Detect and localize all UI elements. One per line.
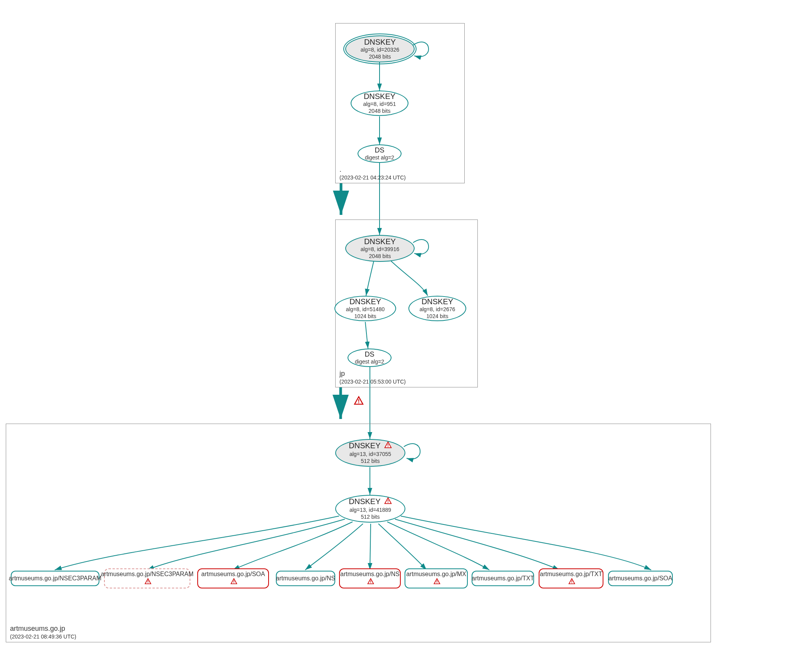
node-root-ds: DS digest alg=2: [358, 144, 402, 163]
node-sub2: 1024 bits: [427, 313, 449, 320]
node-title: DNSKEY: [349, 497, 391, 507]
node-title: DNSKEY: [422, 297, 453, 306]
warning-triangle-icon: [433, 578, 440, 587]
node-sub1: alg=8, id=39916: [361, 246, 399, 253]
node-title-text: DNSKEY: [349, 497, 380, 506]
node-title: DS: [375, 146, 384, 154]
node-jp-ksk: DNSKEY alg=8, id=39916 2048 bits: [345, 235, 415, 262]
zone-am-timestamp: (2023-02-21 08:49:36 UTC): [10, 633, 76, 640]
node-jp-zsk1: DNSKEY alg=8, id=51480 1024 bits: [334, 296, 396, 321]
rr-label: artmuseums.go.jp/SOA: [201, 570, 265, 578]
node-root-zsk: DNSKEY alg=8, id=951 2048 bits: [351, 90, 408, 116]
rr-label: artmuseums.go.jp/NS: [340, 570, 400, 578]
rr-label: artmuseums.go.jp/NS: [276, 575, 335, 582]
node-sub1: alg=13, id=37055: [349, 451, 391, 458]
warning-triangle-icon: [144, 578, 151, 587]
rr-label: artmuseums.go.jp/NSEC3PARAM: [9, 575, 102, 582]
node-jp-zsk2: DNSKEY alg=8, id=2676 1024 bits: [408, 296, 466, 321]
node-jp-ds: DS digest alg=2: [348, 349, 391, 367]
zone-root-timestamp: (2023-02-21 04:23:24 UTC): [339, 174, 406, 181]
zone-jp-timestamp: (2023-02-21 05:53:00 UTC): [339, 379, 406, 385]
rr-label: artmuseums.go.jp/TXT: [472, 575, 534, 582]
node-sub2: 1024 bits: [354, 313, 376, 320]
rrset-txt-warn: artmuseums.go.jp/TXT: [539, 568, 603, 588]
rrset-txt-1: artmuseums.go.jp/TXT: [472, 571, 534, 586]
rrset-nsec3param-1: artmuseums.go.jp/NSEC3PARAM: [11, 571, 99, 586]
node-root-ksk: DNSKEY alg=8, id=20326 2048 bits: [345, 35, 415, 62]
node-sub2: 2048 bits: [369, 54, 391, 60]
warning-triangle-icon: [367, 578, 374, 587]
node-sub2: 512 bits: [361, 458, 380, 465]
rrset-soa-2: artmuseums.go.jp/SOA: [608, 571, 673, 586]
node-title: DNSKEY: [364, 38, 396, 47]
node-am-ksk: DNSKEY alg=13, id=37055 512 bits: [335, 439, 405, 467]
node-sub2: 2048 bits: [369, 253, 391, 260]
rrset-mx-warn: artmuseums.go.jp/MX: [405, 568, 468, 588]
node-sub1: alg=8, id=2676: [420, 306, 455, 313]
zone-root-name: .: [339, 166, 341, 173]
rr-label: artmuseums.go.jp/SOA: [608, 575, 672, 582]
node-sub2: 512 bits: [361, 514, 380, 521]
node-sub1: alg=8, id=951: [363, 101, 396, 108]
node-title: DNSKEY: [364, 237, 396, 246]
rrset-ns-1: artmuseums.go.jp/NS: [276, 571, 335, 586]
node-title: DNSKEY: [349, 441, 391, 451]
rrset-soa-warn: artmuseums.go.jp/SOA: [197, 568, 269, 588]
node-sub2: 2048 bits: [369, 108, 391, 115]
node-sub1: alg=8, id=20326: [361, 47, 399, 54]
zone-am-label: artmuseums.go.jp (2023-02-21 08:49:36 UT…: [10, 625, 76, 640]
node-am-zsk: DNSKEY alg=13, id=41889 512 bits: [335, 495, 405, 523]
warning-triangle-icon: [384, 497, 392, 507]
rr-label: artmuseums.go.jp/NSEC3PARAM: [101, 570, 194, 578]
zone-jp-label: jp (2023-02-21 05:53:00 UTC): [339, 370, 406, 385]
node-sub1: alg=8, id=51480: [346, 306, 385, 313]
zone-jp-name: jp: [339, 370, 345, 377]
rrset-ns-warn: artmuseums.go.jp/NS: [339, 568, 401, 588]
node-title: DNSKEY: [364, 92, 395, 101]
node-sub1: digest alg=2: [355, 359, 384, 365]
zone-root-label: . (2023-02-21 04:23:24 UTC): [339, 166, 406, 181]
node-sub1: alg=13, id=41889: [349, 507, 391, 514]
rr-label: artmuseums.go.jp/MX: [406, 570, 466, 578]
rr-label: artmuseums.go.jp/TXT: [540, 570, 602, 578]
node-sub1: digest alg=2: [365, 154, 394, 161]
rrset-nsec3param-2: artmuseums.go.jp/NSEC3PARAM: [104, 568, 190, 588]
warning-triangle-icon: [230, 578, 237, 587]
node-title-text: DNSKEY: [349, 441, 380, 450]
node-title: DS: [365, 350, 374, 359]
warning-triangle-icon: [384, 441, 392, 451]
node-title: DNSKEY: [349, 297, 381, 306]
zone-am-name: artmuseums.go.jp: [10, 625, 65, 632]
warning-triangle-icon: [568, 578, 575, 587]
